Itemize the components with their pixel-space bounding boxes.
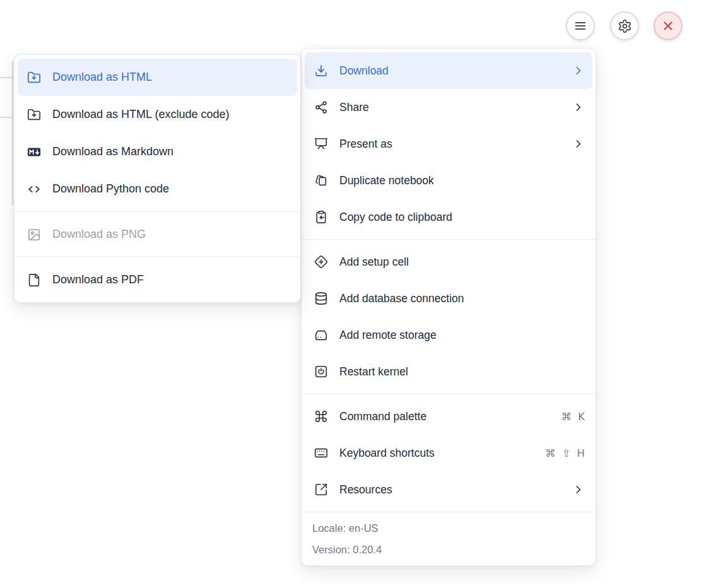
power-square-icon (314, 365, 328, 379)
download-icon (314, 64, 328, 78)
background-fragment-hline (0, 117, 12, 118)
file-icon (27, 273, 41, 287)
menu-item-download-as-png[interactable]: Download as PNG (18, 216, 297, 253)
menu-separator (15, 211, 300, 212)
menu-item-resources[interactable]: Resources (305, 471, 592, 508)
settings-button[interactable] (610, 11, 639, 40)
folder-down-icon (27, 71, 41, 85)
shortcut-keys: ⌘ K (561, 411, 585, 423)
menu-item-label: Keyboard shortcuts (339, 447, 534, 460)
menu-item-download-as-pdf[interactable]: Download as PDF (18, 261, 297, 298)
image-icon (27, 228, 41, 242)
shortcut-keys: ⌘ ⇧ H (545, 447, 585, 459)
gear-icon (618, 19, 632, 33)
command-icon (314, 409, 328, 423)
menu-item-label: Present as (339, 138, 561, 151)
menu-item-download-as-html-exclude-code[interactable]: Download as HTML (exclude code) (18, 96, 297, 133)
key-command: ⌘ (561, 411, 572, 423)
hamburger-icon (573, 19, 587, 33)
menu-item-download[interactable]: Download (305, 52, 592, 89)
key-k: K (578, 411, 585, 423)
key-command: ⌘ (545, 447, 556, 459)
menu-item-add-database-connection[interactable]: Add database connection (305, 280, 592, 317)
menu-item-add-remote-storage[interactable]: Add remote storage (305, 317, 592, 353)
menu-item-label: Download as HTML (52, 71, 290, 84)
chevron-right-icon (572, 64, 585, 77)
close-notebook-button[interactable] (654, 11, 683, 40)
menu-item-download-as-markdown[interactable]: Download as Markdown (18, 133, 297, 170)
menu-item-label: Download as Markdown (52, 145, 290, 158)
markdown-icon (27, 145, 41, 159)
menu-item-share[interactable]: Share (305, 89, 592, 126)
menu-separator (302, 394, 595, 394)
copy-icon (314, 173, 328, 187)
menu-separator (302, 239, 595, 240)
menu-item-present-as[interactable]: Present as (305, 126, 592, 162)
menu-item-copy-code-to-clipboard[interactable]: Copy code to clipboard (305, 199, 592, 235)
presentation-icon (314, 137, 328, 151)
menu-item-label: Add remote storage (339, 329, 585, 342)
database-icon (314, 291, 328, 305)
menu-item-label: Copy code to clipboard (339, 211, 585, 224)
keyboard-icon (314, 446, 328, 460)
menu-item-download-as-html[interactable]: Download as HTML (18, 59, 297, 96)
background-fragment-hline (0, 77, 12, 78)
locale-text: Locale: en-US (312, 517, 585, 539)
diamond-plus-icon (314, 255, 328, 269)
folder-down-icon (27, 108, 41, 122)
menu-item-label: Download (339, 64, 561, 78)
download-submenu: Download as HTML Download as HTML (exclu… (14, 54, 301, 303)
chevron-right-icon (572, 101, 585, 114)
menu-separator (15, 257, 300, 257)
menu-item-label: Restart kernel (339, 365, 585, 379)
menu-item-restart-kernel[interactable]: Restart kernel (305, 353, 592, 390)
share-icon (314, 100, 328, 114)
menu-item-label: Add database connection (339, 292, 585, 305)
close-icon (661, 19, 675, 33)
menu-item-add-setup-cell[interactable]: Add setup cell (305, 244, 592, 280)
key-shift: ⇧ (562, 447, 571, 459)
menu-item-label: Download as PDF (52, 273, 290, 286)
menu-item-download-python-code[interactable]: Download Python code (18, 170, 297, 208)
menu-item-label: Command palette (339, 410, 550, 423)
menu-item-label: Download as HTML (exclude code) (52, 108, 290, 121)
external-link-icon (314, 483, 328, 497)
menu-item-keyboard-shortcuts[interactable]: Keyboard shortcuts ⌘ ⇧ H (305, 435, 592, 471)
chevron-right-icon (572, 483, 585, 496)
code-icon (27, 182, 41, 196)
background-fragment-vline (12, 61, 13, 205)
hard-drive-icon (314, 328, 328, 342)
version-text: Version: 0.20.4 (312, 539, 585, 560)
menu-item-label: Duplicate notebook (339, 174, 585, 187)
menu-item-label: Add setup cell (339, 256, 585, 269)
key-h: H (577, 447, 585, 459)
menu-item-label: Download Python code (52, 182, 290, 196)
menu-item-label: Download as PNG (52, 228, 290, 241)
notebook-menu: Download Share Present as Duplicate note… (301, 48, 596, 566)
menu-toggle-button[interactable] (566, 11, 595, 40)
chevron-right-icon (572, 138, 585, 150)
menu-footer: Locale: en-US Version: 0.20.4 (302, 512, 595, 562)
menu-item-command-palette[interactable]: Command palette ⌘ K (305, 398, 592, 435)
menu-item-label: Share (339, 101, 561, 114)
menu-item-duplicate-notebook[interactable]: Duplicate notebook (305, 162, 592, 199)
clipboard-arrow-icon (314, 210, 328, 224)
menu-item-label: Resources (339, 483, 561, 497)
